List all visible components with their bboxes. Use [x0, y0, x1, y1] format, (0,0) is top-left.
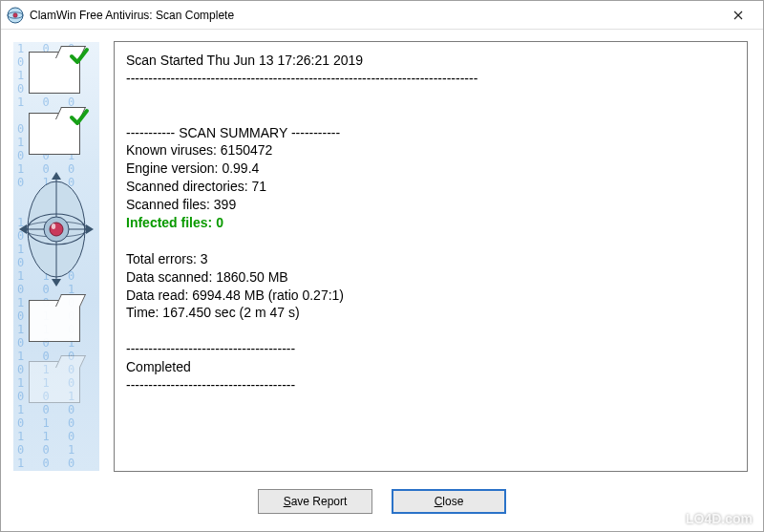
folder-empty-icon: [29, 300, 84, 346]
close-button[interactable]: Close: [392, 489, 506, 514]
report-line: Scanned files: 399: [126, 196, 735, 214]
svg-marker-10: [19, 224, 27, 234]
report-line: Time: 167.450 sec (2 m 47 s): [126, 304, 735, 322]
app-icon: [7, 7, 24, 24]
report-line: Data scanned: 1860.50 MB: [126, 268, 735, 287]
dialog-window: ClamWin Free Antivirus: Scan Complete 1 …: [0, 0, 764, 532]
summary-header: ----------- SCAN SUMMARY -----------: [126, 124, 735, 142]
checkmark-icon: [69, 107, 90, 128]
separator: --------------------------------------: [126, 340, 735, 358]
svg-point-13: [50, 223, 63, 236]
button-label: lose: [442, 495, 463, 508]
report-line: Scan Started Thu Jun 13 17:26:21 2019: [126, 52, 735, 70]
svg-point-2: [13, 12, 17, 16]
mnemonic: S: [284, 495, 291, 508]
separator: --------------------------------------: [126, 376, 735, 394]
report-line: Known viruses: 6150472: [126, 141, 735, 160]
button-label: ave Report: [291, 495, 348, 508]
report-line: Total errors: 3: [126, 250, 735, 268]
mnemonic: C: [435, 495, 443, 508]
folder-complete-icon: [29, 52, 84, 97]
window-title: ClamWin Free Antivirus: Scan Complete: [30, 9, 719, 22]
folder-ghost-icon: [29, 361, 84, 407]
sidebar-graphic: 1 0 0 0 1 0 1 1 0 0 0 1 1 0 0 0 1 0 1 1 …: [12, 41, 100, 472]
shield-icon: [19, 172, 94, 287]
dialog-body: 1 0 0 0 1 0 1 1 0 0 0 1 1 0 0 0 1 0 1 1 …: [1, 30, 763, 479]
svg-marker-9: [52, 279, 61, 287]
scan-report-textarea[interactable]: Scan Started Thu Jun 13 17:26:21 2019 --…: [114, 41, 748, 472]
button-bar: Save Report Close: [1, 479, 763, 531]
report-line: Scanned directories: 71: [126, 178, 735, 196]
separator: ----------------------------------------…: [126, 70, 735, 88]
report-line: Engine version: 0.99.4: [126, 160, 735, 178]
folder-complete-icon: [29, 113, 84, 159]
infected-files-line: Infected files: 0: [126, 214, 735, 232]
completed-line: Completed: [126, 358, 735, 376]
svg-point-14: [52, 223, 55, 229]
svg-marker-11: [86, 224, 94, 234]
close-window-button[interactable]: [719, 2, 757, 29]
save-report-button[interactable]: Save Report: [258, 489, 372, 514]
titlebar: ClamWin Free Antivirus: Scan Complete: [1, 1, 763, 30]
svg-marker-8: [52, 172, 61, 180]
report-line: Data read: 6994.48 MB (ratio 0.27:1): [126, 287, 735, 305]
checkmark-icon: [69, 46, 90, 67]
